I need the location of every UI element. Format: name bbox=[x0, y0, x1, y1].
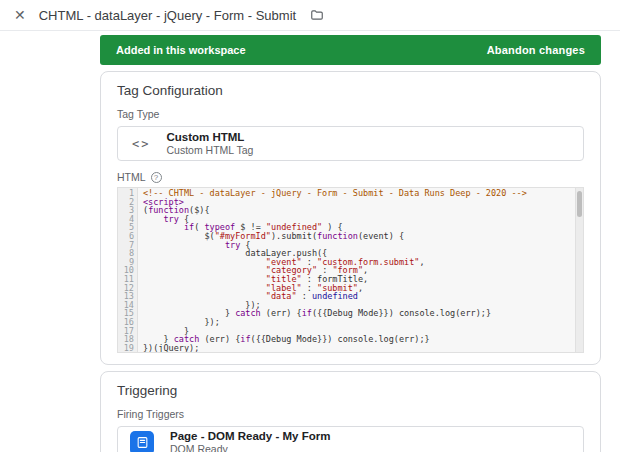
trigger-name: Page - DOM Ready - My Form bbox=[170, 430, 330, 442]
help-icon[interactable]: ? bbox=[151, 172, 162, 183]
page-title: CHTML - dataLayer - jQuery - Form - Subm… bbox=[39, 8, 296, 23]
abandon-changes-button[interactable]: Abandon changes bbox=[487, 44, 585, 56]
editor-scrollbar[interactable] bbox=[575, 188, 583, 352]
trigger-type: DOM Ready bbox=[170, 443, 330, 452]
close-icon[interactable]: ✕ bbox=[14, 8, 26, 22]
tag-type-label: Tag Type bbox=[117, 108, 584, 120]
html-code-editor[interactable]: 12345678910111213141516171819 <!-- CHTML… bbox=[117, 187, 584, 353]
triggering-card: Triggering Firing Triggers Page - DOM Re… bbox=[100, 371, 601, 452]
dom-ready-trigger-icon bbox=[130, 431, 154, 452]
code-lines: <!-- CHTML - dataLayer - jQuery - Form -… bbox=[138, 188, 583, 352]
editor-scrollbar-thumb[interactable] bbox=[577, 191, 582, 217]
tag-type-row[interactable]: <> Custom HTML Custom HTML Tag bbox=[117, 126, 584, 161]
firing-triggers-label: Firing Triggers bbox=[117, 408, 584, 420]
folder-icon[interactable] bbox=[309, 8, 325, 22]
top-bar: ✕ CHTML - dataLayer - jQuery - Form - Su… bbox=[0, 0, 620, 31]
trigger-row[interactable]: Page - DOM Ready - My Form DOM Ready bbox=[117, 426, 584, 452]
workspace-banner: Added in this workspace Abandon changes bbox=[100, 35, 601, 65]
banner-message: Added in this workspace bbox=[116, 44, 246, 56]
tag-configuration-card: Tag Configuration Tag Type <> Custom HTM… bbox=[100, 71, 601, 365]
tag-type-description: Custom HTML Tag bbox=[166, 144, 253, 156]
html-label: HTML bbox=[117, 171, 146, 183]
code-gutter: 12345678910111213141516171819 bbox=[118, 188, 138, 352]
tag-type-name: Custom HTML bbox=[166, 131, 253, 143]
custom-html-icon: <> bbox=[132, 137, 150, 151]
workspace-content: Added in this workspace Abandon changes … bbox=[100, 35, 601, 452]
triggering-title: Triggering bbox=[117, 383, 584, 398]
html-label-row: HTML ? bbox=[117, 171, 584, 183]
tag-configuration-title: Tag Configuration bbox=[117, 83, 584, 98]
